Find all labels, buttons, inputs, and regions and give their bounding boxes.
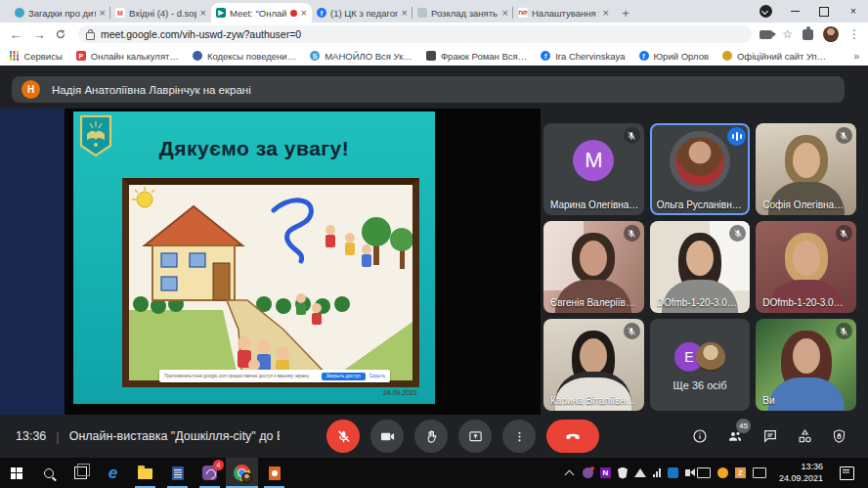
- self-name: Ви: [762, 395, 774, 406]
- silhouette: [686, 241, 714, 276]
- tab-close-icon[interactable]: ×: [301, 7, 307, 19]
- participant-tile[interactable]: DOfmb-1-20-3.0…: [756, 221, 856, 313]
- maximize-button[interactable]: [809, 0, 839, 22]
- orange-app-tray-icon[interactable]: [717, 467, 728, 478]
- hidden-icons-button[interactable]: [564, 467, 576, 479]
- wifi-icon[interactable]: [634, 468, 646, 477]
- chat-button[interactable]: [762, 428, 778, 444]
- self-view-tile[interactable]: Ви: [756, 319, 856, 411]
- minimize-button[interactable]: [780, 0, 809, 22]
- taskbar-edge[interactable]: e: [97, 458, 129, 488]
- forward-button[interactable]: →: [31, 27, 47, 42]
- signal-icon[interactable]: [653, 468, 661, 477]
- taskbar-chrome[interactable]: [226, 458, 258, 488]
- mic-toggle-button[interactable]: [326, 420, 360, 453]
- hide-notice-link[interactable]: Скрыть: [369, 374, 385, 378]
- taskbar-impress[interactable]: [258, 458, 290, 488]
- address-bar[interactable]: meet.google.com/vih-uswd-zyw?authuser=0: [78, 25, 752, 43]
- defender-tray-icon[interactable]: [618, 467, 628, 479]
- bookmark-official-site[interactable]: Офіційний сайт Уп…: [722, 51, 826, 62]
- tab-facebook[interactable]: f (1) ЦК з педагогічної ×: [312, 3, 412, 22]
- bookmark-frayuk[interactable]: Фраюк Роман Вся…: [426, 51, 527, 62]
- taskbar-search-button[interactable]: [32, 458, 65, 488]
- bookmarks-overflow-button[interactable]: »: [853, 50, 859, 62]
- participant-tile[interactable]: Карина Віталіївн…: [543, 319, 644, 411]
- profile-avatar[interactable]: [823, 26, 839, 42]
- tab-close-icon[interactable]: ×: [200, 7, 206, 19]
- more-participants-tile[interactable]: Е Ще 36 осіб: [650, 319, 751, 411]
- participant-tile-speaking[interactable]: Ольга Русланівн…: [650, 123, 751, 215]
- shared-screen[interactable]: Дякуємо за увагу!: [0, 109, 541, 415]
- tab-overflow-button[interactable]: [751, 0, 780, 22]
- tab-schedule[interactable]: Розклад занять ×: [412, 3, 513, 22]
- taskbar-file-explorer[interactable]: [129, 458, 161, 488]
- viber-tray-icon[interactable]: [583, 467, 593, 478]
- window-controls: ×: [751, 0, 868, 22]
- more-options-button[interactable]: [502, 420, 536, 453]
- extensions-icon[interactable]: [803, 29, 813, 40]
- presenter-desktop-edge: [0, 109, 65, 415]
- reload-button[interactable]: [55, 28, 70, 40]
- bookmark-calculator[interactable]: P Онлайн калькулят…: [76, 51, 179, 62]
- site-icon: [426, 51, 436, 61]
- overflow-avatars: Е: [650, 342, 751, 372]
- taskbar-clock[interactable]: 13:36 24.09.2021: [773, 462, 829, 484]
- bookmark-codes[interactable]: Кодексы поведени…: [193, 51, 296, 62]
- z-app-tray-icon[interactable]: Z: [735, 467, 746, 478]
- participant-name: Софія Олегівна…: [762, 200, 844, 210]
- mic-off-icon: [836, 323, 852, 339]
- tab-close-icon[interactable]: ×: [402, 7, 408, 19]
- action-center-icon[interactable]: [840, 466, 854, 480]
- tab-gmail[interactable]: M Вхідні (4) - d.sopova@ ×: [110, 3, 211, 22]
- new-tab-button[interactable]: +: [618, 5, 633, 21]
- back-button[interactable]: ←: [8, 27, 23, 42]
- participant-tile[interactable]: Софія Олегівна…: [756, 123, 856, 215]
- emblem-icon: [722, 51, 732, 61]
- gkr-favicon: ГКР: [518, 8, 528, 18]
- browser-menu-icon[interactable]: ⋮: [848, 27, 860, 41]
- taskbar-document-app[interactable]: [161, 458, 194, 488]
- bookmark-label: МАНОЙЛО Вся Ук…: [325, 51, 412, 62]
- p-icon: P: [76, 51, 86, 61]
- bookmark-star-icon[interactable]: ☆: [782, 27, 793, 41]
- participant-tile[interactable]: М Марина Олегівна…: [543, 123, 644, 215]
- bookmark-ira[interactable]: f Ira Chervinskaya: [541, 51, 625, 62]
- onenote-tray-icon[interactable]: N: [600, 467, 611, 478]
- present-button[interactable]: [458, 420, 492, 453]
- close-button[interactable]: ×: [839, 0, 868, 22]
- end-call-button[interactable]: [546, 420, 599, 453]
- tab-title: Налаштування журна: [532, 8, 599, 19]
- tab-title: Вхідні (4) - d.sopova@: [129, 8, 196, 19]
- camera-toggle-button[interactable]: [370, 420, 404, 453]
- monitor-tray-icon[interactable]: [753, 467, 766, 478]
- tab-close-icon[interactable]: ×: [502, 7, 508, 19]
- camera-in-use-icon[interactable]: [760, 30, 772, 39]
- display-tray-icon[interactable]: [697, 467, 711, 478]
- taskbar-viber[interactable]: 4: [194, 458, 226, 488]
- meeting-panel-buttons: 45: [692, 428, 868, 444]
- tab-journal-settings[interactable]: ГКР Налаштування журна ×: [513, 3, 614, 22]
- photo-avatar: [675, 137, 724, 186]
- network-app-tray-icon[interactable]: [668, 467, 678, 478]
- tab-riddles[interactable]: Загадки про дитячий ×: [10, 3, 110, 22]
- tab-close-icon[interactable]: ×: [603, 7, 609, 19]
- participants-button[interactable]: 45: [726, 428, 744, 444]
- start-button[interactable]: [0, 458, 32, 488]
- tab-meet-active[interactable]: ▶ Meet: "Онлайн-ви ×: [211, 3, 312, 22]
- silhouette: [793, 338, 820, 374]
- bookmarks-bar: Сервисы P Онлайн калькулят… Кодексы пове…: [0, 46, 868, 66]
- raise-hand-button[interactable]: [414, 420, 448, 453]
- bookmark-orlov[interactable]: f Юрий Орлов: [639, 51, 709, 62]
- task-view-button[interactable]: [65, 458, 97, 488]
- tab-close-icon[interactable]: ×: [100, 7, 106, 19]
- silhouette: [768, 377, 845, 411]
- volume-icon[interactable]: [685, 469, 690, 476]
- host-controls-button[interactable]: [832, 428, 846, 444]
- activities-button[interactable]: [797, 428, 813, 444]
- meeting-details-button[interactable]: [692, 428, 708, 444]
- participant-tile[interactable]: Євгенія Валеріїв…: [543, 221, 644, 313]
- stop-sharing-button[interactable]: Закрыть доступ: [322, 373, 366, 380]
- participant-tile[interactable]: DOfmb-1-20-3.0…: [650, 221, 751, 313]
- bookmark-manoilo[interactable]: S МАНОЙЛО Вся Ук…: [310, 51, 412, 62]
- bookmark-services[interactable]: Сервисы: [10, 51, 63, 62]
